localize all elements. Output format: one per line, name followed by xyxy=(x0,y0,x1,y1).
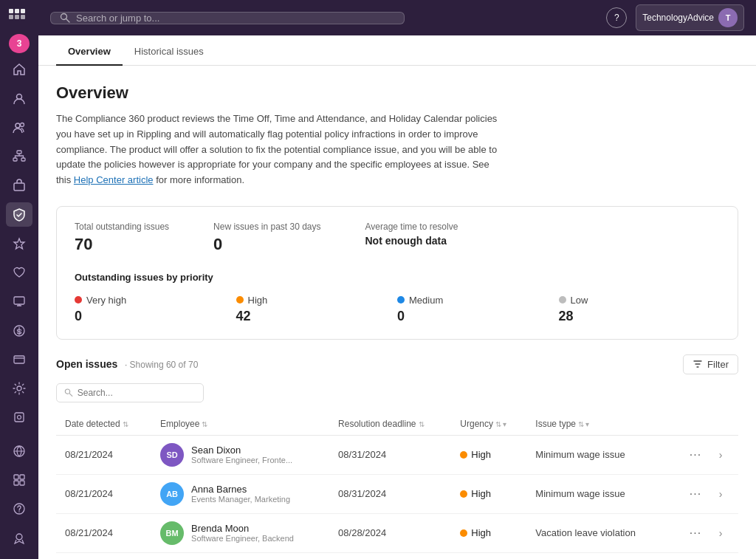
tab-historical[interactable]: Historical issues xyxy=(123,35,216,66)
avatar: T xyxy=(718,8,738,27)
table-row[interactable]: 08/21/2024 SD Sean Dixon Software Engine… xyxy=(56,435,738,474)
employee-cell: AB Anna Barnes Events Manager, Marketing xyxy=(151,552,329,559)
search-input-wrap[interactable] xyxy=(56,383,204,402)
table-body: 08/21/2024 SD Sean Dixon Software Engine… xyxy=(56,435,738,559)
new-issues-stat: New issues in past 30 days 0 xyxy=(213,222,320,254)
col-header-actions xyxy=(665,413,738,436)
question-circle-icon[interactable] xyxy=(6,497,32,521)
priority-section: Outstanding issues by priority Very high… xyxy=(75,272,720,324)
open-issues-title-wrap: Open issues · Showing 60 of 70 xyxy=(56,358,198,370)
employee-role: Software Engineer, Backend xyxy=(191,534,294,543)
svg-rect-21 xyxy=(20,475,24,479)
gear2-icon[interactable] xyxy=(6,405,32,430)
apps-icon[interactable] xyxy=(6,467,32,492)
table-row[interactable]: 08/21/2024 AB Anna Barnes Events Manager… xyxy=(56,474,738,513)
table-row[interactable]: 08/21/2024 AB Anna Barnes Events Manager… xyxy=(56,552,738,559)
people-icon[interactable] xyxy=(6,115,32,140)
employee-cell: AB Anna Barnes Events Manager, Marketing xyxy=(151,474,329,513)
date-cell: 08/21/2024 xyxy=(56,474,151,513)
issue-type-cell: Minimum wage issue xyxy=(526,435,665,474)
notification-badge[interactable]: 3 xyxy=(9,34,30,53)
table-header: Date detected⇅Employee⇅Resolution deadli… xyxy=(56,413,738,436)
expand-button[interactable]: › xyxy=(712,446,729,464)
col-header-employee[interactable]: Employee⇅ xyxy=(151,413,329,436)
svg-rect-23 xyxy=(20,481,24,485)
employee-info: Sean Dixon Software Engineer, Fronte... xyxy=(191,445,292,464)
priority-item: Medium 0 xyxy=(397,295,559,324)
col-header-urgency[interactable]: Urgency⇅▾ xyxy=(451,413,526,436)
priority-item: Very high 0 xyxy=(75,295,236,324)
tab-overview[interactable]: Overview xyxy=(56,35,123,66)
compliance-icon[interactable] xyxy=(6,202,32,227)
avatar: AB xyxy=(160,482,184,506)
help-button[interactable]: ? xyxy=(606,7,627,28)
svg-point-24 xyxy=(14,504,24,514)
globe-icon[interactable] xyxy=(6,439,32,463)
employee-role: Software Engineer, Fronte... xyxy=(191,456,292,464)
svg-point-8 xyxy=(21,123,24,126)
more-options-button[interactable]: ··· xyxy=(685,445,706,465)
star-icon[interactable] xyxy=(6,231,32,256)
row-actions: ··· › xyxy=(674,523,729,543)
priority-label-text: Low xyxy=(571,295,588,306)
svg-point-26 xyxy=(16,534,22,540)
briefcase-icon[interactable] xyxy=(6,174,32,198)
expand-button[interactable]: › xyxy=(712,485,729,503)
monitor-icon[interactable] xyxy=(6,289,32,314)
priority-item: Low 28 xyxy=(559,295,721,324)
more-options-button[interactable]: ··· xyxy=(685,484,706,504)
urgency-cell: High xyxy=(451,474,526,513)
account-button[interactable]: TechnologyAdvice T xyxy=(636,4,744,31)
filter-button[interactable]: Filter xyxy=(683,354,738,374)
issues-table: Date detected⇅Employee⇅Resolution deadli… xyxy=(56,413,738,559)
open-issues-header: Open issues · Showing 60 of 70 Filter xyxy=(56,354,738,374)
table-row[interactable]: 08/21/2024 BM Brenda Moon Software Engin… xyxy=(56,513,738,552)
col-header-date_detected[interactable]: Date detected⇅ xyxy=(56,413,151,436)
col-header-resolution_deadline[interactable]: Resolution deadline⇅ xyxy=(329,413,451,436)
total-outstanding-stat: Total outstanding issues 70 xyxy=(75,222,169,254)
svg-rect-2 xyxy=(21,9,25,13)
priority-dot xyxy=(397,296,405,303)
open-issues-title: Open issues xyxy=(56,358,117,370)
card-icon[interactable] xyxy=(6,347,32,371)
stats-row: Total outstanding issues 70 New issues i… xyxy=(75,222,720,254)
new-issues-value: 0 xyxy=(213,235,320,254)
org-icon[interactable] xyxy=(6,145,32,169)
topbar-right: ? TechnologyAdvice T xyxy=(606,4,744,31)
help-center-link[interactable]: Help Center article xyxy=(74,174,154,185)
heart-icon[interactable] xyxy=(6,261,32,285)
priority-item: High 42 xyxy=(236,295,398,324)
search-input[interactable] xyxy=(78,388,196,398)
urgency-dot xyxy=(460,451,467,459)
urgency-label: High xyxy=(471,488,491,499)
settings-icon[interactable] xyxy=(6,377,32,401)
home-icon[interactable] xyxy=(6,58,32,82)
employee-cell: BM Brenda Moon Software Engineer, Backen… xyxy=(151,513,329,552)
priority-title: Outstanding issues by priority xyxy=(75,272,720,283)
employee-info: Brenda Moon Software Engineer, Backend xyxy=(191,523,294,543)
open-issues-subtitle: · Showing 60 of 70 xyxy=(125,360,198,370)
avg-resolve-label: Average time to resolve xyxy=(365,222,458,232)
row-actions: ··· › xyxy=(674,484,729,504)
urgency-label: High xyxy=(471,449,491,460)
priority-label-text: Medium xyxy=(409,295,443,306)
total-outstanding-label: Total outstanding issues xyxy=(75,222,169,232)
main-area: Search or jump to... ? TechnologyAdvice … xyxy=(38,0,756,559)
employee-name: Anna Barnes xyxy=(191,484,290,495)
more-options-button[interactable]: ··· xyxy=(685,523,706,543)
priority-row: Very high 0 High 42 Medium 0 Low 28 xyxy=(75,295,720,324)
urgency-badge: High xyxy=(460,527,518,538)
avg-resolve-value: Not enough data xyxy=(365,235,458,247)
deadline-cell: 08/28/2024 xyxy=(329,513,451,552)
dollar-icon[interactable] xyxy=(6,318,32,343)
content-area: Overview Historical issues Overview The … xyxy=(38,35,756,559)
priority-label-text: Very high xyxy=(86,295,126,306)
badge-icon[interactable] xyxy=(6,526,32,550)
svg-point-7 xyxy=(16,123,20,128)
col-header-issue_type[interactable]: Issue type⇅▾ xyxy=(526,413,665,436)
urgency-badge: High xyxy=(460,488,518,499)
person-icon[interactable] xyxy=(6,86,32,111)
svg-rect-12 xyxy=(14,183,24,191)
expand-button[interactable]: › xyxy=(712,524,729,542)
search-bar[interactable]: Search or jump to... xyxy=(50,12,405,24)
